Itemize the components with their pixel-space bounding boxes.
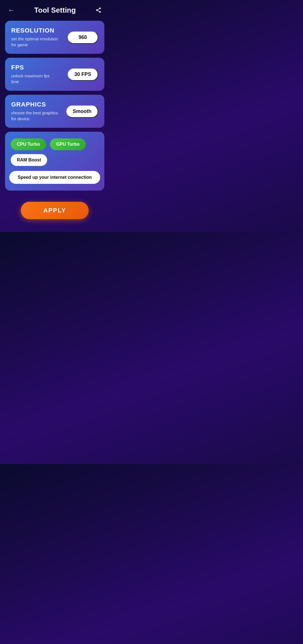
resolution-card-left: RESOLUTION set the optimal resolutionfor… (11, 27, 67, 48)
gpu-turbo-button[interactable]: GPU Turbo (50, 138, 86, 150)
header: ← Tool Setting (0, 0, 109, 18)
share-icon (95, 7, 102, 13)
back-arrow-icon: ← (8, 6, 15, 14)
fps-card-left: FPS unlock maximum fpslimit (11, 64, 67, 85)
cpu-turbo-button[interactable]: CPU Turbo (11, 138, 46, 150)
fps-card: FPS unlock maximum fpslimit 30 FPS (5, 58, 104, 91)
resolution-desc: set the optimal resolutionfor game (11, 36, 67, 48)
boost-card: CPU Turbo GPU Turbo RAM Boost Speed up y… (5, 132, 104, 191)
boost-buttons-row: CPU Turbo GPU Turbo RAM Boost (11, 138, 99, 166)
graphics-desc: choose the best graphicsfor device (11, 110, 66, 122)
cards-container: RESOLUTION set the optimal resolutionfor… (0, 18, 109, 193)
ram-boost-button[interactable]: RAM Boost (11, 154, 47, 166)
resolution-title: RESOLUTION (11, 27, 67, 34)
svg-line-3 (98, 10, 99, 11)
back-button[interactable]: ← (6, 5, 17, 15)
resolution-value-button[interactable]: 960 (67, 31, 98, 44)
apply-container: APPLY (0, 193, 109, 228)
graphics-card: GRAPHICS choose the best graphicsfor dev… (5, 95, 104, 128)
svg-line-4 (98, 9, 99, 10)
fps-desc: unlock maximum fpslimit (11, 73, 67, 85)
graphics-card-left: GRAPHICS choose the best graphicsfor dev… (11, 101, 66, 122)
graphics-value-button[interactable]: Smooth (66, 105, 98, 118)
share-button[interactable] (93, 6, 104, 14)
svg-point-1 (96, 9, 98, 11)
fps-value-button[interactable]: 30 FPS (67, 68, 98, 81)
svg-point-0 (99, 8, 101, 9)
resolution-card: RESOLUTION set the optimal resolutionfor… (5, 21, 104, 54)
speed-up-internet-button[interactable]: Speed up your internet connection (9, 171, 100, 184)
apply-button[interactable]: APPLY (21, 202, 88, 219)
page-title: Tool Setting (17, 6, 93, 15)
graphics-title: GRAPHICS (11, 101, 66, 108)
svg-point-2 (99, 11, 101, 13)
fps-title: FPS (11, 64, 67, 71)
